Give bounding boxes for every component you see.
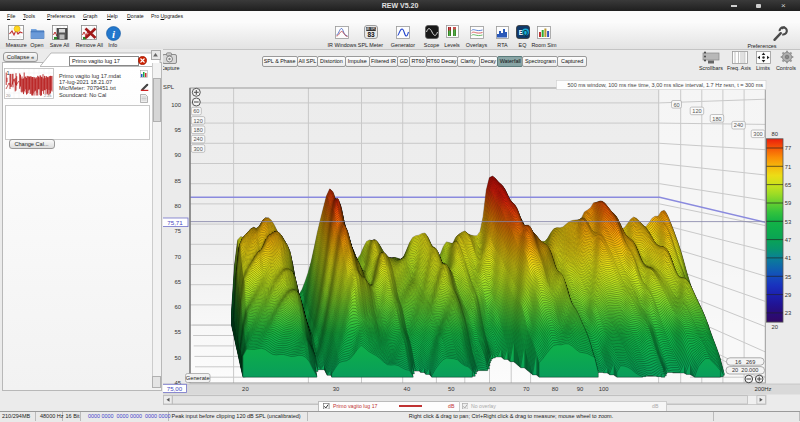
svg-text:70: 70 [523,386,530,392]
svg-text:20 20.000: 20 20.000 [732,367,758,373]
svg-text:75: 75 [174,228,181,234]
svg-text:55: 55 [174,329,181,335]
svg-text:180: 180 [712,116,721,122]
svg-text:65: 65 [785,182,791,188]
svg-text:16 269: 16 269 [735,359,755,365]
svg-text:83: 83 [367,31,375,38]
svg-text:80: 80 [552,386,559,392]
svg-text:300: 300 [753,131,762,137]
svg-text:20: 20 [6,93,11,98]
svg-text:80: 80 [771,131,777,137]
svg-text:60: 60 [489,386,496,392]
svg-text:100: 100 [171,102,182,108]
svg-text:70: 70 [174,254,181,260]
svg-text:59: 59 [785,200,791,206]
svg-text:90: 90 [174,152,181,158]
svg-text:2.2k: 2.2k [44,93,52,98]
svg-text:60: 60 [174,304,181,310]
svg-text:120: 120 [193,118,202,124]
svg-text:53: 53 [785,219,791,225]
svg-text:65: 65 [174,279,181,285]
svg-text:75,00: 75,00 [167,385,183,392]
svg-text:Q: Q [522,29,527,37]
svg-text:50: 50 [448,386,455,392]
svg-text:85: 85 [174,178,181,184]
svg-text:95: 95 [174,127,181,133]
svg-text:30: 30 [333,386,340,392]
svg-text:80: 80 [174,203,181,209]
svg-text:500 ms window, 100 ms rise tim: 500 ms window, 100 ms rise time, 3,00 ms… [568,82,764,88]
svg-text:60: 60 [193,108,199,114]
svg-text:40: 40 [404,386,411,392]
svg-text:240: 240 [193,136,202,142]
svg-text:50: 50 [174,355,181,361]
svg-text:41: 41 [785,255,791,261]
svg-text:240: 240 [734,122,743,128]
svg-text:Generate: Generate [186,375,210,381]
svg-text:77: 77 [785,145,791,151]
svg-text:60: 60 [673,102,679,108]
svg-text:20: 20 [771,324,777,330]
svg-text:120: 120 [692,108,701,114]
svg-text:SPL: SPL [163,84,175,90]
svg-text:29: 29 [785,292,791,298]
svg-text:23: 23 [785,310,791,316]
svg-text:35: 35 [785,274,791,280]
svg-text:20: 20 [242,386,249,392]
svg-text:75,71: 75,71 [167,219,183,226]
svg-text:1: 1 [7,70,10,76]
svg-text:180: 180 [193,127,202,133]
svg-text:100: 100 [599,386,610,392]
svg-text:90: 90 [577,386,584,392]
svg-text:300: 300 [193,146,202,152]
svg-text:47: 47 [785,237,791,243]
svg-text:200Hz: 200Hz [754,386,771,392]
svg-text:71: 71 [785,164,791,170]
